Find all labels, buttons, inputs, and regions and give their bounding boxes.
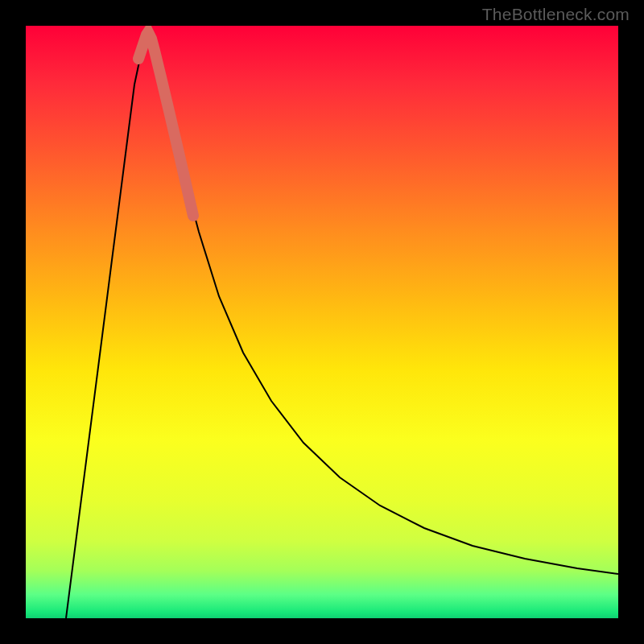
highlight-segment: [138, 32, 193, 216]
watermark-text: TheBottleneck.com: [482, 5, 630, 24]
curve-layer: [26, 26, 618, 618]
chart-frame: TheBottleneck.com: [0, 0, 644, 644]
bottleneck-curve: [66, 32, 618, 618]
plot-area: [26, 26, 618, 618]
